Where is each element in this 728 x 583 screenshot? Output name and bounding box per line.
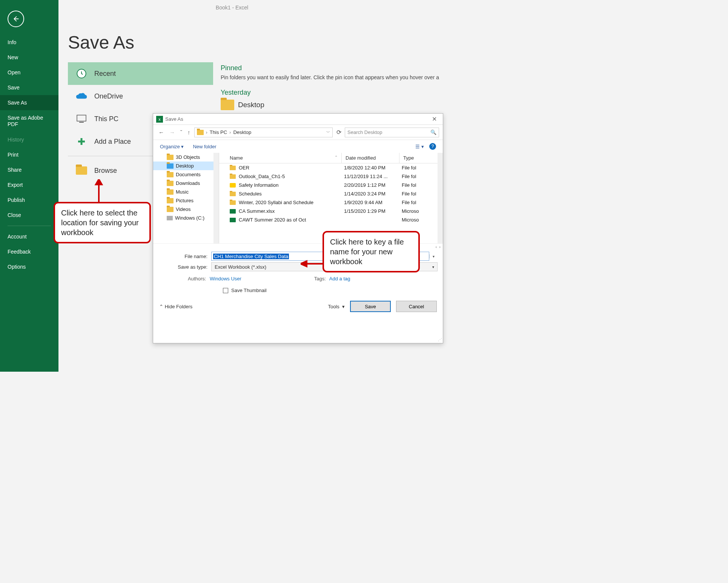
yesterday-heading: Yesterday xyxy=(221,89,462,97)
side-share[interactable]: Share xyxy=(0,162,58,177)
xls-icon xyxy=(230,209,236,214)
table-row[interactable]: Winter, 2020 Syllabi and Schedule1/9/202… xyxy=(219,198,443,207)
loc-browse-label: Browse xyxy=(94,167,117,175)
loc-onedrive-label: OneDrive xyxy=(94,92,123,100)
filelist-scrollbar[interactable] xyxy=(438,153,443,243)
table-row[interactable]: Schedules1/14/2020 3:24 PMFile fol xyxy=(219,189,443,198)
close-button[interactable]: ✕ xyxy=(429,115,440,123)
folder-icon xyxy=(221,100,234,110)
search-placeholder: Search Desktop xyxy=(347,129,382,135)
file-date: 1/14/2020 3:24 PM xyxy=(342,189,399,198)
dialog-titlebar: x Save As ✕ xyxy=(153,114,443,125)
svg-rect-1 xyxy=(77,115,86,121)
table-row[interactable]: Safety Information2/20/2019 1:12 PMFile … xyxy=(219,181,443,189)
svg-rect-2 xyxy=(79,122,84,123)
side-close[interactable]: Close xyxy=(0,208,58,223)
save-button[interactable]: Save xyxy=(350,301,391,312)
view-button[interactable]: ☰ ▾ xyxy=(415,144,424,149)
address-bar[interactable]: › This PC › Desktop ﹀ xyxy=(194,128,333,137)
thumbnail-checkbox[interactable] xyxy=(223,288,228,293)
cancel-button[interactable]: Cancel xyxy=(396,301,437,312)
side-options[interactable]: Options xyxy=(0,259,58,274)
chevron-down-icon[interactable]: ﹀ xyxy=(326,130,330,135)
loc-recent-label: Recent xyxy=(94,70,116,78)
file-date: 1/9/2020 9:44 AM xyxy=(342,198,399,207)
side-info[interactable]: Info xyxy=(0,35,58,50)
side-publish[interactable]: Publish xyxy=(0,192,58,208)
col-type[interactable]: Type xyxy=(403,155,414,161)
tree-3dobjects[interactable]: 3D Objects xyxy=(153,153,219,162)
nav-recent-drop[interactable]: ˇ xyxy=(179,128,184,136)
loc-onedrive[interactable]: OneDrive xyxy=(68,85,213,108)
dialog-toolbar: Organize ▾ New folder ☰ ▾ ? xyxy=(153,140,443,153)
side-new[interactable]: New xyxy=(0,50,58,65)
folder-icon xyxy=(230,166,236,170)
col-datemodified[interactable]: Date modified xyxy=(346,155,376,161)
col-name[interactable]: Name xyxy=(230,155,243,161)
side-account[interactable]: Account xyxy=(0,229,58,244)
tree-downloads[interactable]: Downloads xyxy=(153,179,219,188)
pinned-area: Pinned Pin folders you want to easily fi… xyxy=(221,64,462,110)
file-explorer: 3D Objects Desktop Documents Downloads M… xyxy=(153,153,443,243)
side-feedback[interactable]: Feedback xyxy=(0,244,58,259)
loc-recent[interactable]: Recent xyxy=(68,62,213,85)
backstage-sidebar: Info New Open Save Save As Save as Adobe… xyxy=(0,0,58,372)
tree-documents[interactable]: Documents xyxy=(153,170,219,179)
chevron-icon: › xyxy=(229,129,231,135)
side-history: History xyxy=(0,132,58,147)
nav-up[interactable]: ↑ xyxy=(186,128,192,136)
excel-icon: x xyxy=(156,116,163,123)
crumb-root[interactable]: This PC xyxy=(210,129,227,135)
tree-pictures[interactable]: Pictures xyxy=(153,196,219,205)
side-print[interactable]: Print xyxy=(0,147,58,162)
tree-windowsc[interactable]: Windows (C:) xyxy=(153,214,219,222)
file-type: File fol xyxy=(399,198,443,207)
tree-scrollbar[interactable] xyxy=(213,153,219,243)
file-date: 1/8/2020 12:40 PM xyxy=(342,163,399,172)
side-open[interactable]: Open xyxy=(0,65,58,80)
newfolder-button[interactable]: New folder xyxy=(193,144,216,149)
file-type: File fol xyxy=(399,172,443,181)
side-export[interactable]: Export xyxy=(0,177,58,192)
file-name: CA Summer.xlsx xyxy=(239,208,275,214)
nav-back[interactable]: ← xyxy=(157,128,166,136)
file-type: Microso xyxy=(399,215,443,224)
filename-dropdown[interactable]: ▾ xyxy=(429,254,438,258)
filename-label: File name: xyxy=(158,254,211,259)
tools-button[interactable]: Tools ▾ xyxy=(328,304,345,309)
table-row[interactable]: OER1/8/2020 12:40 PMFile fol xyxy=(219,163,443,172)
file-date: 2/20/2019 1:12 PM xyxy=(342,181,399,189)
resize-grip[interactable]: ⋰ xyxy=(438,337,442,342)
savetype-label: Save as type: xyxy=(158,264,211,270)
table-row[interactable]: CAWT Summer 2020 as of OctMicroso xyxy=(219,215,443,224)
file-name: Safety Information xyxy=(239,182,279,188)
file-type: File fol xyxy=(399,163,443,172)
side-save[interactable]: Save xyxy=(0,80,58,95)
chevron-icon: › xyxy=(206,129,207,135)
tree-desktop[interactable]: Desktop xyxy=(153,162,219,170)
search-input[interactable]: Search Desktop 🔍 xyxy=(345,128,439,137)
file-list: Name⌃ Date modified Type OER1/8/2020 12:… xyxy=(219,153,443,243)
tags-value[interactable]: Add a tag xyxy=(329,276,350,282)
side-save-adobe[interactable]: Save as Adobe PDF xyxy=(0,110,58,132)
refresh-button[interactable]: ⟳ xyxy=(335,129,342,136)
file-date: 1/15/2020 1:29 PM xyxy=(342,207,399,215)
hide-folders-button[interactable]: ⌃ Hide Folders xyxy=(159,304,192,309)
folder-icon xyxy=(75,165,88,177)
tree-music[interactable]: Music xyxy=(153,188,219,196)
help-icon[interactable]: ? xyxy=(429,143,436,150)
clock-icon xyxy=(75,68,88,80)
back-button[interactable] xyxy=(8,11,24,27)
crumb-leaf[interactable]: Desktop xyxy=(233,129,251,135)
authors-value[interactable]: Windows User xyxy=(210,276,241,282)
table-row[interactable]: CA Summer.xlsx1/15/2020 1:29 PMMicroso xyxy=(219,207,443,215)
side-saveas[interactable]: Save As xyxy=(0,95,58,110)
table-row[interactable]: Outlook_Data_Ch1-511/12/2019 11:24 ...Fi… xyxy=(219,172,443,181)
recent-folder-desktop[interactable]: Desktop xyxy=(221,100,462,110)
file-type: File fol xyxy=(399,181,443,189)
organize-button[interactable]: Organize ▾ xyxy=(160,144,184,149)
file-name: OER xyxy=(239,165,249,171)
tree-videos[interactable]: Videos xyxy=(153,205,219,214)
arrow-icon xyxy=(94,179,103,203)
back-arrow-icon xyxy=(12,15,20,23)
